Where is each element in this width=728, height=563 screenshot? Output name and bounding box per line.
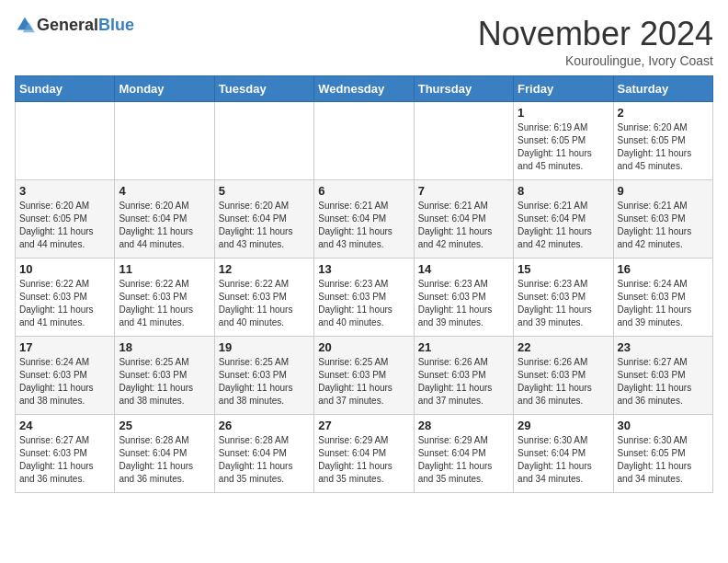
day-number: 18 [119,340,210,354]
calendar-cell: 24Sunrise: 6:27 AM Sunset: 6:03 PM Dayli… [16,415,115,493]
day-info: Sunrise: 6:22 AM Sunset: 6:03 PM Dayligh… [119,278,210,329]
day-header-thursday: Thursday [414,76,513,102]
day-number: 23 [618,340,709,354]
day-number: 2 [618,106,709,120]
day-info: Sunrise: 6:23 AM Sunset: 6:03 PM Dayligh… [318,278,409,329]
calendar-header-row: SundayMondayTuesdayWednesdayThursdayFrid… [16,76,713,102]
calendar-cell [414,102,513,180]
day-number: 26 [219,419,310,432]
day-info: Sunrise: 6:21 AM Sunset: 6:04 PM Dayligh… [418,200,509,251]
calendar-week-3: 10Sunrise: 6:22 AM Sunset: 6:03 PM Dayli… [16,259,713,337]
day-info: Sunrise: 6:26 AM Sunset: 6:03 PM Dayligh… [418,356,509,408]
calendar-cell: 17Sunrise: 6:24 AM Sunset: 6:03 PM Dayli… [16,337,115,415]
day-number: 14 [418,262,509,276]
calendar-cell: 6Sunrise: 6:21 AM Sunset: 6:04 PM Daylig… [314,180,414,259]
day-info: Sunrise: 6:24 AM Sunset: 6:03 PM Dayligh… [618,278,709,329]
day-number: 3 [19,184,110,198]
day-number: 24 [19,419,110,432]
day-number: 15 [518,262,609,276]
calendar-table: SundayMondayTuesdayWednesdayThursdayFrid… [15,75,713,493]
calendar-cell: 23Sunrise: 6:27 AM Sunset: 6:03 PM Dayli… [613,337,712,415]
calendar-cell: 28Sunrise: 6:29 AM Sunset: 6:04 PM Dayli… [414,415,513,493]
day-number: 22 [518,340,609,354]
day-info: Sunrise: 6:21 AM Sunset: 6:03 PM Dayligh… [618,200,709,251]
calendar-cell: 21Sunrise: 6:26 AM Sunset: 6:03 PM Dayli… [414,337,513,415]
day-info: Sunrise: 6:29 AM Sunset: 6:04 PM Dayligh… [318,434,409,486]
calendar-week-1: 1Sunrise: 6:19 AM Sunset: 6:05 PM Daylig… [16,102,713,180]
day-info: Sunrise: 6:20 AM Sunset: 6:04 PM Dayligh… [119,200,210,251]
day-info: Sunrise: 6:25 AM Sunset: 6:03 PM Dayligh… [219,356,310,408]
logo-icon [15,15,35,35]
calendar-cell: 22Sunrise: 6:26 AM Sunset: 6:03 PM Dayli… [514,337,613,415]
calendar-cell: 13Sunrise: 6:23 AM Sunset: 6:03 PM Dayli… [314,259,414,337]
day-info: Sunrise: 6:19 AM Sunset: 6:05 PM Dayligh… [518,121,609,173]
day-info: Sunrise: 6:25 AM Sunset: 6:03 PM Dayligh… [318,356,409,408]
day-number: 30 [618,419,709,432]
day-info: Sunrise: 6:20 AM Sunset: 6:04 PM Dayligh… [219,200,310,251]
calendar-cell: 11Sunrise: 6:22 AM Sunset: 6:03 PM Dayli… [115,259,214,337]
day-number: 27 [318,419,409,432]
calendar-cell: 12Sunrise: 6:22 AM Sunset: 6:03 PM Dayli… [214,259,313,337]
day-header-wednesday: Wednesday [314,76,414,102]
day-number: 4 [119,184,210,198]
logo: GeneralBlue [15,15,134,35]
day-header-friday: Friday [514,76,613,102]
day-header-saturday: Saturday [613,76,712,102]
calendar-cell: 14Sunrise: 6:23 AM Sunset: 6:03 PM Dayli… [414,259,513,337]
day-info: Sunrise: 6:22 AM Sunset: 6:03 PM Dayligh… [19,278,110,329]
day-number: 6 [318,184,409,198]
day-number: 21 [418,340,509,354]
day-info: Sunrise: 6:28 AM Sunset: 6:04 PM Dayligh… [119,434,210,486]
day-info: Sunrise: 6:25 AM Sunset: 6:03 PM Dayligh… [119,356,210,408]
calendar-cell [115,102,214,180]
calendar-cell: 16Sunrise: 6:24 AM Sunset: 6:03 PM Dayli… [613,259,712,337]
month-title: November 2024 [478,15,713,53]
day-info: Sunrise: 6:28 AM Sunset: 6:04 PM Dayligh… [219,434,310,486]
logo-general-text: General [37,16,98,35]
calendar-week-5: 24Sunrise: 6:27 AM Sunset: 6:03 PM Dayli… [16,415,713,493]
day-number: 17 [19,340,110,354]
calendar-cell: 4Sunrise: 6:20 AM Sunset: 6:04 PM Daylig… [115,180,214,259]
calendar-cell: 5Sunrise: 6:20 AM Sunset: 6:04 PM Daylig… [214,180,313,259]
day-info: Sunrise: 6:24 AM Sunset: 6:03 PM Dayligh… [19,356,110,408]
day-number: 16 [618,262,709,276]
location: Kouroulingue, Ivory Coast [478,53,713,68]
calendar-cell: 30Sunrise: 6:30 AM Sunset: 6:05 PM Dayli… [613,415,712,493]
calendar-cell: 9Sunrise: 6:21 AM Sunset: 6:03 PM Daylig… [613,180,712,259]
calendar-cell: 15Sunrise: 6:23 AM Sunset: 6:03 PM Dayli… [514,259,613,337]
calendar-week-2: 3Sunrise: 6:20 AM Sunset: 6:05 PM Daylig… [16,180,713,259]
day-info: Sunrise: 6:23 AM Sunset: 6:03 PM Dayligh… [418,278,509,329]
day-info: Sunrise: 6:26 AM Sunset: 6:03 PM Dayligh… [518,356,609,408]
day-number: 5 [219,184,310,198]
day-info: Sunrise: 6:29 AM Sunset: 6:04 PM Dayligh… [418,434,509,486]
day-header-sunday: Sunday [16,76,115,102]
calendar-cell: 29Sunrise: 6:30 AM Sunset: 6:04 PM Dayli… [514,415,613,493]
calendar-cell: 8Sunrise: 6:21 AM Sunset: 6:04 PM Daylig… [514,180,613,259]
title-section: November 2024 Kouroulingue, Ivory Coast [478,15,713,68]
day-number: 13 [318,262,409,276]
day-number: 19 [219,340,310,354]
calendar-cell: 25Sunrise: 6:28 AM Sunset: 6:04 PM Dayli… [115,415,214,493]
calendar-cell: 18Sunrise: 6:25 AM Sunset: 6:03 PM Dayli… [115,337,214,415]
day-number: 20 [318,340,409,354]
calendar-cell [214,102,313,180]
day-header-tuesday: Tuesday [214,76,313,102]
day-info: Sunrise: 6:21 AM Sunset: 6:04 PM Dayligh… [318,200,409,251]
day-number: 9 [618,184,709,198]
calendar-cell: 1Sunrise: 6:19 AM Sunset: 6:05 PM Daylig… [514,102,613,180]
day-number: 8 [518,184,609,198]
day-info: Sunrise: 6:20 AM Sunset: 6:05 PM Dayligh… [19,200,110,251]
day-info: Sunrise: 6:22 AM Sunset: 6:03 PM Dayligh… [219,278,310,329]
page-header: GeneralBlue November 2024 Kouroulingue, … [15,15,713,68]
day-number: 28 [418,419,509,432]
day-header-monday: Monday [115,76,214,102]
day-number: 12 [219,262,310,276]
day-number: 11 [119,262,210,276]
calendar-cell: 10Sunrise: 6:22 AM Sunset: 6:03 PM Dayli… [16,259,115,337]
calendar-cell: 19Sunrise: 6:25 AM Sunset: 6:03 PM Dayli… [214,337,313,415]
day-info: Sunrise: 6:23 AM Sunset: 6:03 PM Dayligh… [518,278,609,329]
calendar-cell: 3Sunrise: 6:20 AM Sunset: 6:05 PM Daylig… [16,180,115,259]
day-number: 1 [518,106,609,120]
day-number: 29 [518,419,609,432]
day-info: Sunrise: 6:27 AM Sunset: 6:03 PM Dayligh… [618,356,709,408]
